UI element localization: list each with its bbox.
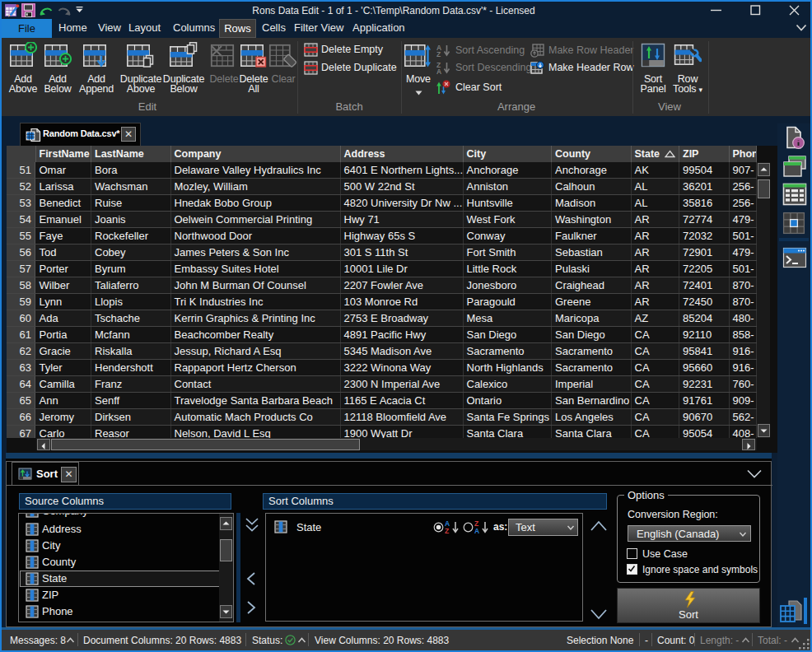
svg-text:Z: Z bbox=[436, 50, 441, 58]
svg-text:A: A bbox=[436, 68, 441, 75]
svg-text:A: A bbox=[474, 527, 479, 535]
svg-text:Z: Z bbox=[445, 527, 449, 535]
